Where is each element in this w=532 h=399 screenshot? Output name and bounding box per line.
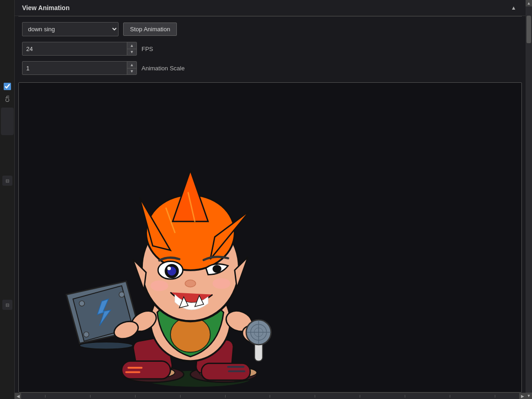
tick-9 [405,395,405,398]
scale-spinner-down[interactable]: ▼ [127,68,136,74]
character-svg [37,144,304,392]
tick-4 [180,395,181,398]
scale-input-wrap: ▲ ▼ [22,61,137,75]
scale-label: Animation Scale [141,65,185,72]
tick-1 [45,395,45,398]
left-sidebar: Ch ⊟ ⊟ [0,0,15,399]
scroll-right-button[interactable]: ▶ [519,393,526,399]
scroll-left-button[interactable]: ◀ [15,393,21,399]
tick-10 [450,395,450,398]
tick-2 [90,395,91,398]
main-panel: View Animation ▲ down sing up sing left … [15,0,526,399]
scroll-thumb[interactable] [526,16,531,43]
sidebar-label: Ch [5,96,10,102]
svg-point-49 [151,280,169,291]
tick-8 [360,395,360,398]
tick-7 [315,395,315,398]
tick-marks [21,393,519,399]
svg-point-46 [185,280,196,287]
scroll-up-button[interactable]: ▲ [526,0,532,6]
svg-point-50 [213,278,231,289]
svg-point-5 [84,332,89,337]
animation-preview [18,82,522,393]
sidebar-handle-2[interactable]: ⊟ [2,300,12,310]
svg-rect-13 [122,361,170,379]
fps-spinners: ▲ ▼ [127,42,136,55]
fps-spinner-down[interactable]: ▼ [127,49,136,55]
fps-row: ▲ ▼ FPS [22,42,518,56]
right-scrollbar: ▲ ▼ [526,0,532,399]
panel-header: View Animation ▲ [15,0,526,16]
animation-row: down sing up sing left sing right sing i… [22,22,518,36]
vertical-scroll-track[interactable] [526,6,532,393]
panel-collapse-button[interactable]: ▲ [509,4,518,12]
svg-point-3 [119,292,125,297]
svg-point-2 [79,301,85,306]
fps-input[interactable] [23,43,127,55]
svg-point-7 [79,342,133,349]
horizontal-scroll-track[interactable] [21,393,519,399]
fps-spinner-up[interactable]: ▲ [127,42,136,49]
controls-area: down sing up sing left sing right sing i… [15,17,526,80]
stop-animation-button[interactable]: Stop Animation [123,23,177,36]
tick-11 [495,395,495,398]
tick-3 [135,395,136,398]
scroll-down-button[interactable]: ▼ [526,393,532,399]
scale-spinners: ▲ ▼ [127,62,136,74]
svg-point-45 [213,265,221,273]
animation-select[interactable]: down sing up sing left sing right sing i… [22,22,119,36]
sidebar-handle-1[interactable]: ⊟ [2,176,12,186]
bottom-scrollbar: ◀ ▶ [15,393,526,399]
sidebar-tab-1[interactable] [1,108,14,135]
fps-label: FPS [141,46,153,52]
tick-6 [270,395,270,398]
sidebar-checkbox[interactable] [4,83,11,90]
panel-title: View Animation [22,4,69,11]
scale-row: ▲ ▼ Animation Scale [22,61,518,75]
tick-5 [225,395,226,398]
speaker-group [66,281,139,349]
svg-point-44 [167,267,171,270]
scale-spinner-up[interactable]: ▲ [127,62,136,68]
fps-input-wrap: ▲ ▼ [22,42,137,56]
scale-input[interactable] [23,63,127,74]
